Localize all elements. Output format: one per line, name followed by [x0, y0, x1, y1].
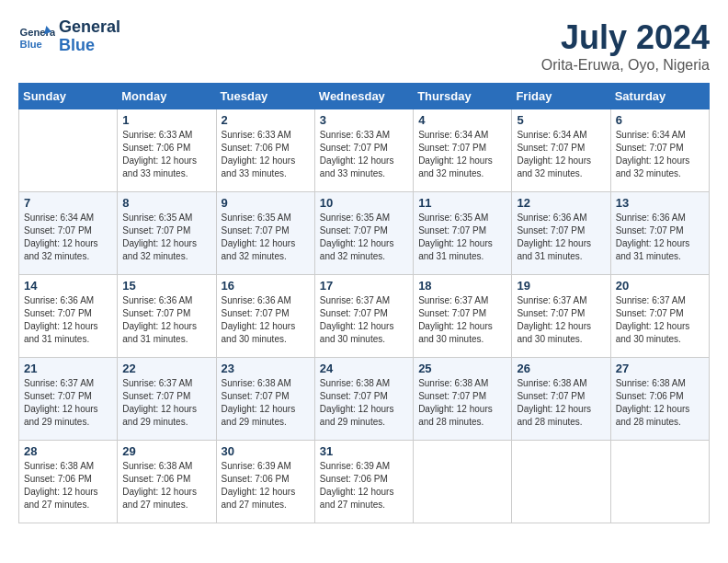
- calendar-cell: 21Sunrise: 6:37 AM Sunset: 7:07 PM Dayli…: [19, 358, 118, 441]
- day-number: 24: [320, 362, 408, 375]
- calendar-cell: 17Sunrise: 6:37 AM Sunset: 7:07 PM Dayli…: [314, 275, 413, 358]
- day-number: 16: [222, 279, 310, 293]
- week-row-3: 14Sunrise: 6:36 AM Sunset: 7:07 PM Dayli…: [19, 275, 710, 358]
- calendar-cell: 28Sunrise: 6:38 AM Sunset: 7:06 PM Dayli…: [19, 441, 118, 523]
- logo-line2: Blue: [59, 36, 95, 54]
- logo-icon: General Blue: [18, 18, 55, 55]
- title-block: July 2024 Orita-Eruwa, Oyo, Nigeria: [541, 18, 710, 74]
- cell-info: Sunrise: 6:37 AM Sunset: 7:07 PM Dayligh…: [320, 294, 408, 346]
- cell-info: Sunrise: 6:35 AM Sunset: 7:07 PM Dayligh…: [418, 212, 506, 263]
- calendar-cell: [610, 441, 709, 523]
- day-number: 27: [616, 362, 704, 375]
- day-number: 8: [122, 196, 210, 210]
- logo-line1: General: [59, 17, 120, 36]
- calendar-header-row: SundayMondayTuesdayWednesdayThursdayFrid…: [19, 84, 710, 109]
- day-number: 4: [418, 113, 506, 127]
- calendar-cell: 5Sunrise: 6:34 AM Sunset: 7:07 PM Daylig…: [512, 109, 610, 192]
- calendar-cell: 26Sunrise: 6:38 AM Sunset: 7:07 PM Dayli…: [512, 358, 610, 441]
- svg-text:General: General: [20, 27, 55, 38]
- calendar-table: SundayMondayTuesdayWednesdayThursdayFrid…: [18, 83, 710, 523]
- column-header-monday: Monday: [118, 84, 216, 109]
- page-header: General Blue General Blue July 2024 Orit…: [18, 18, 710, 74]
- calendar-cell: 6Sunrise: 6:34 AM Sunset: 7:07 PM Daylig…: [610, 109, 709, 192]
- cell-info: Sunrise: 6:37 AM Sunset: 7:07 PM Dayligh…: [122, 377, 210, 429]
- cell-info: Sunrise: 6:35 AM Sunset: 7:07 PM Dayligh…: [320, 212, 408, 263]
- calendar-cell: 3Sunrise: 6:33 AM Sunset: 7:07 PM Daylig…: [314, 109, 413, 192]
- day-number: 10: [320, 196, 408, 210]
- calendar-cell: 31Sunrise: 6:39 AM Sunset: 7:06 PM Dayli…: [314, 441, 413, 523]
- week-row-5: 28Sunrise: 6:38 AM Sunset: 7:06 PM Dayli…: [19, 441, 710, 523]
- calendar-cell: 12Sunrise: 6:36 AM Sunset: 7:07 PM Dayli…: [512, 192, 610, 275]
- calendar-cell: 18Sunrise: 6:37 AM Sunset: 7:07 PM Dayli…: [414, 275, 512, 358]
- calendar-cell: 19Sunrise: 6:37 AM Sunset: 7:07 PM Dayli…: [512, 275, 610, 358]
- cell-info: Sunrise: 6:34 AM Sunset: 7:07 PM Dayligh…: [24, 212, 112, 263]
- day-number: 13: [616, 196, 704, 210]
- day-number: 5: [517, 113, 605, 127]
- cell-info: Sunrise: 6:38 AM Sunset: 7:06 PM Dayligh…: [616, 377, 704, 429]
- cell-info: Sunrise: 6:36 AM Sunset: 7:07 PM Dayligh…: [24, 294, 112, 346]
- calendar-cell: 16Sunrise: 6:36 AM Sunset: 7:07 PM Dayli…: [216, 275, 314, 358]
- cell-info: Sunrise: 6:38 AM Sunset: 7:06 PM Dayligh…: [122, 460, 210, 511]
- column-header-saturday: Saturday: [610, 84, 709, 109]
- day-number: 26: [517, 362, 605, 375]
- cell-info: Sunrise: 6:37 AM Sunset: 7:07 PM Dayligh…: [418, 294, 506, 346]
- day-number: 17: [320, 279, 408, 293]
- calendar-cell: 1Sunrise: 6:33 AM Sunset: 7:06 PM Daylig…: [118, 109, 216, 192]
- day-number: 2: [222, 113, 310, 127]
- cell-info: Sunrise: 6:36 AM Sunset: 7:07 PM Dayligh…: [222, 294, 310, 346]
- week-row-1: 1Sunrise: 6:33 AM Sunset: 7:06 PM Daylig…: [19, 109, 710, 192]
- cell-info: Sunrise: 6:38 AM Sunset: 7:06 PM Dayligh…: [24, 460, 112, 511]
- logo-text: General Blue: [59, 18, 120, 55]
- calendar-cell: 22Sunrise: 6:37 AM Sunset: 7:07 PM Dayli…: [118, 358, 216, 441]
- calendar-cell: 10Sunrise: 6:35 AM Sunset: 7:07 PM Dayli…: [314, 192, 413, 275]
- day-number: 25: [418, 362, 506, 375]
- calendar-cell: 15Sunrise: 6:36 AM Sunset: 7:07 PM Dayli…: [118, 275, 216, 358]
- calendar-cell: 9Sunrise: 6:35 AM Sunset: 7:07 PM Daylig…: [216, 192, 314, 275]
- week-row-4: 21Sunrise: 6:37 AM Sunset: 7:07 PM Dayli…: [19, 358, 710, 441]
- calendar-cell: [512, 441, 610, 523]
- day-number: 19: [517, 279, 605, 293]
- day-number: 22: [122, 362, 210, 375]
- day-number: 7: [24, 196, 112, 210]
- day-number: 28: [24, 444, 112, 458]
- day-number: 14: [24, 279, 112, 293]
- cell-info: Sunrise: 6:38 AM Sunset: 7:07 PM Dayligh…: [517, 377, 605, 429]
- cell-info: Sunrise: 6:37 AM Sunset: 7:07 PM Dayligh…: [517, 294, 605, 346]
- calendar-cell: 25Sunrise: 6:38 AM Sunset: 7:07 PM Dayli…: [414, 358, 512, 441]
- cell-info: Sunrise: 6:33 AM Sunset: 7:06 PM Dayligh…: [222, 129, 310, 180]
- day-number: 20: [616, 279, 704, 293]
- cell-info: Sunrise: 6:37 AM Sunset: 7:07 PM Dayligh…: [24, 377, 112, 429]
- day-number: 9: [222, 196, 310, 210]
- svg-text:Blue: Blue: [20, 39, 42, 50]
- cell-info: Sunrise: 6:39 AM Sunset: 7:06 PM Dayligh…: [222, 460, 310, 511]
- cell-info: Sunrise: 6:36 AM Sunset: 7:07 PM Dayligh…: [616, 212, 704, 263]
- calendar-cell: [414, 441, 512, 523]
- calendar-cell: [19, 109, 118, 192]
- calendar-cell: 2Sunrise: 6:33 AM Sunset: 7:06 PM Daylig…: [216, 109, 314, 192]
- cell-info: Sunrise: 6:39 AM Sunset: 7:06 PM Dayligh…: [320, 460, 408, 511]
- calendar-cell: 27Sunrise: 6:38 AM Sunset: 7:06 PM Dayli…: [610, 358, 709, 441]
- column-header-sunday: Sunday: [19, 84, 118, 109]
- cell-info: Sunrise: 6:38 AM Sunset: 7:07 PM Dayligh…: [418, 377, 506, 429]
- day-number: 21: [24, 362, 112, 375]
- cell-info: Sunrise: 6:38 AM Sunset: 7:07 PM Dayligh…: [320, 377, 408, 429]
- day-number: 30: [222, 444, 310, 458]
- day-number: 12: [517, 196, 605, 210]
- day-number: 11: [418, 196, 506, 210]
- calendar-cell: 14Sunrise: 6:36 AM Sunset: 7:07 PM Dayli…: [19, 275, 118, 358]
- day-number: 3: [320, 113, 408, 127]
- cell-info: Sunrise: 6:34 AM Sunset: 7:07 PM Dayligh…: [517, 129, 605, 180]
- calendar-cell: 20Sunrise: 6:37 AM Sunset: 7:07 PM Dayli…: [610, 275, 709, 358]
- calendar-cell: 30Sunrise: 6:39 AM Sunset: 7:06 PM Dayli…: [216, 441, 314, 523]
- cell-info: Sunrise: 6:33 AM Sunset: 7:07 PM Dayligh…: [320, 129, 408, 180]
- week-row-2: 7Sunrise: 6:34 AM Sunset: 7:07 PM Daylig…: [19, 192, 710, 275]
- cell-info: Sunrise: 6:37 AM Sunset: 7:07 PM Dayligh…: [616, 294, 704, 346]
- calendar-cell: 7Sunrise: 6:34 AM Sunset: 7:07 PM Daylig…: [19, 192, 118, 275]
- month-year: July 2024: [541, 18, 710, 57]
- calendar-cell: 4Sunrise: 6:34 AM Sunset: 7:07 PM Daylig…: [414, 109, 512, 192]
- day-number: 6: [616, 113, 704, 127]
- column-header-wednesday: Wednesday: [314, 84, 413, 109]
- cell-info: Sunrise: 6:36 AM Sunset: 7:07 PM Dayligh…: [517, 212, 605, 263]
- column-header-tuesday: Tuesday: [216, 84, 314, 109]
- day-number: 15: [122, 279, 210, 293]
